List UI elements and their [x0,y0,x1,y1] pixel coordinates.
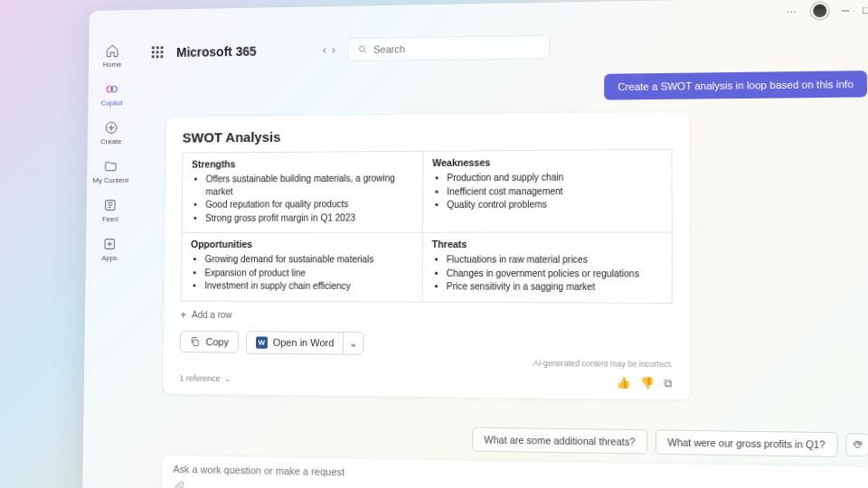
chevron-down-icon: ⌄ [350,337,358,349]
copy-icon [190,336,201,347]
list-item: Changes in government policies or regula… [447,267,662,280]
word-icon: W [256,336,268,348]
list-item: Growing demand for sustainable materials [205,253,413,266]
add-row-label: Add a row [192,310,232,320]
references-label: 1 reference [179,373,220,383]
rail-item-home[interactable]: Home [103,42,122,69]
create-icon [103,119,119,136]
nav-forward-icon[interactable]: › [332,43,335,56]
rail-item-feed[interactable]: Feed [102,197,118,223]
app-window: ··· ─ □ ✕ Home Copilot Create My Conte [82,0,868,488]
rail-label: Create [100,137,121,145]
nav-back-icon[interactable]: ‹ [323,43,326,56]
cell-weaknesses: Weaknesses Production and supply chain I… [422,149,672,232]
apps-icon [101,236,118,252]
cell-title: Threats [432,239,662,250]
window-maximize-icon[interactable]: □ [863,4,868,16]
paperclip-icon [173,480,185,488]
copy-button[interactable]: Copy [180,331,239,353]
rail-label: Feed [102,215,118,223]
home-icon [104,42,120,59]
list-item: Expansion of product line [204,267,412,279]
response-card: SWOT Analysis Strengths Offers sustainab… [164,112,690,399]
thumbs-up-icon[interactable]: 👍 [617,376,631,389]
open-word-label: Open in Word [273,337,335,349]
list-item: Offers sustainable building materials, a… [205,172,412,197]
references-toggle[interactable]: 1 reference ⌄ [179,373,231,383]
list-item: Strong gross profit margin in Q1 2023 [205,211,412,224]
app-launcher-icon[interactable] [152,46,165,59]
copilot-icon [104,81,120,98]
add-row-button[interactable]: + Add a row [180,308,672,324]
svg-rect-6 [193,340,198,346]
search-box[interactable] [348,35,551,62]
list-item: Price sensitivity in a sagging market [447,280,662,294]
feed-icon [102,197,118,213]
nav-rail: Home Copilot Create My Content Feed Apps [82,35,137,488]
thumbs-down-icon[interactable]: 👎 [640,376,655,389]
rail-item-copilot[interactable]: Copilot [100,81,122,108]
rail-label: Apps [101,254,118,262]
svg-point-5 [360,46,365,52]
chat-area: Create a SWOT analysis in loop based on … [130,61,868,488]
swot-table: Strengths Offers sustainable building ma… [181,149,673,304]
search-icon [358,44,368,55]
attach-button[interactable] [173,480,185,488]
cell-title: Strengths [192,157,413,170]
cell-strengths: Strengths Offers sustainable building ma… [182,151,423,232]
rail-item-apps[interactable]: Apps [101,236,118,262]
list-item: Quality control problems [447,198,662,211]
avatar[interactable] [811,2,828,19]
rail-item-mycontent[interactable]: My Content [92,158,128,184]
rail-item-create[interactable]: Create [100,119,122,145]
open-in-word-dropdown[interactable]: ⌄ [343,332,363,355]
list-item: Fluctuations in raw material prices [447,253,662,266]
brand-title: Microsoft 365 [176,44,257,60]
window-minimize-icon[interactable]: ─ [842,5,849,17]
user-message: Create a SWOT analysis in loop based on … [605,70,867,100]
open-in-word-button[interactable]: W Open in Word [246,331,344,354]
response-title: SWOT Analysis [183,126,673,145]
chevron-down-icon: ⌄ [223,373,231,382]
suggestions: What are some additional threats? What w… [472,427,868,457]
cell-title: Opportunities [191,239,412,249]
folder-icon [103,158,119,174]
list-item: Production and supply chain [447,171,662,184]
suggestion-chip[interactable]: What were our gross profits in Q1? [656,429,838,457]
more-menu[interactable]: ··· [787,6,797,17]
cell-opportunities: Opportunities Growing demand for sustain… [181,232,422,301]
refresh-icon [852,438,863,450]
list-item: Good reputation for quality products [205,198,412,211]
list-item: Inefficient cost management [447,184,662,198]
cell-title: Weaknesses [432,155,662,168]
refresh-suggestions-button[interactable] [845,433,868,456]
suggestion-chip[interactable]: What are some additional threats? [472,427,647,454]
copy-response-icon[interactable]: ⧉ [664,376,673,389]
composer [162,455,868,488]
list-item: Investment in supply chain efficiency [204,279,412,292]
plus-icon: + [180,308,186,321]
search-input[interactable] [373,42,540,55]
rail-label: Copilot [100,99,122,107]
rail-label: My Content [92,176,128,184]
ai-disclaimer: AI-generated content may be incorrect. [180,355,673,369]
cell-threats: Threats Fluctuations in raw material pri… [422,232,673,303]
copy-label: Copy [205,336,229,347]
rail-label: Home [103,61,122,69]
